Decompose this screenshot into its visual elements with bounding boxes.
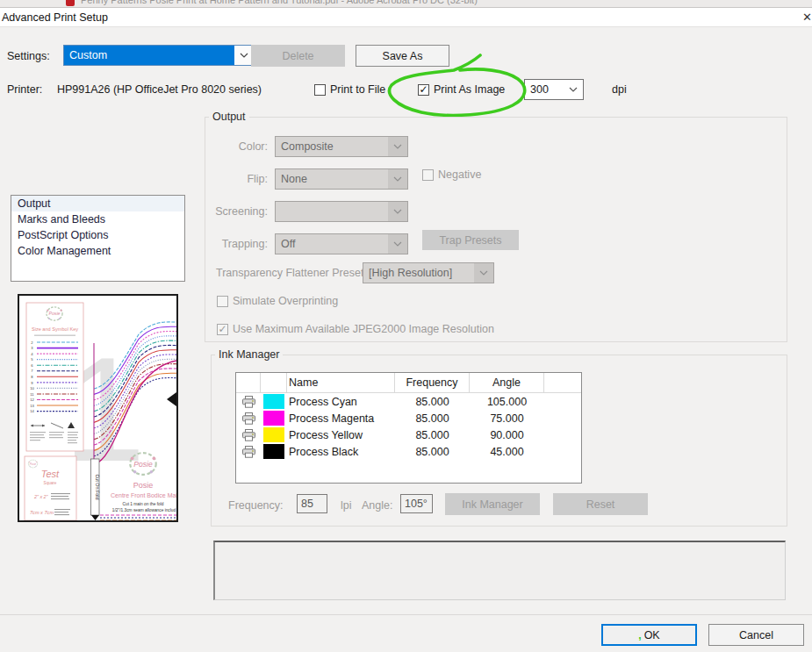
description-box xyxy=(213,541,786,600)
test-inches: 2" x 2" xyxy=(33,494,49,499)
flattener-dropdown: [High Resolution] xyxy=(363,262,494,283)
chevron-down-icon xyxy=(388,234,407,254)
category-list[interactable]: OutputMarks and BleedsPostScript Options… xyxy=(11,195,185,282)
category-item[interactable]: Marks and Bleeds xyxy=(11,211,184,227)
ink-col-icon xyxy=(236,373,261,392)
background-window-titlebar: Penny Patterns Posie Print at Home Patte… xyxy=(0,0,812,8)
category-item[interactable]: PostScript Options xyxy=(11,227,184,243)
screening-label: Screening: xyxy=(205,205,268,218)
flattener-dropdown-value: [High Resolution] xyxy=(363,263,474,283)
footer-divider xyxy=(0,614,812,615)
flip-dropdown-value: None xyxy=(276,169,388,189)
simulate-overprinting-checkbox xyxy=(217,296,228,307)
negative-checkbox xyxy=(422,169,434,181)
ink-row[interactable]: Process Magenta85.00075.000 xyxy=(236,410,581,426)
simulate-overprinting-label: Simulate Overprinting xyxy=(233,295,338,307)
ink-color-swatch xyxy=(263,427,284,442)
svg-text:14: 14 xyxy=(30,409,34,413)
ink-table-body: Process Cyan85.000105.000Process Magenta… xyxy=(236,393,581,460)
frequency-input[interactable] xyxy=(297,494,327,513)
printer-name: HP991A26 (HP OfficeJet Pro 8020 series) xyxy=(57,83,262,96)
printer-icon xyxy=(242,396,255,408)
background-window-title: Penny Patterns Posie Print at Home Patte… xyxy=(81,0,478,5)
ink-col-name: Name xyxy=(287,373,395,392)
fold-label: Cut On Fold xyxy=(95,474,100,499)
print-as-image-checkbox[interactable]: ✓ xyxy=(418,84,429,96)
reset-button: Reset xyxy=(553,493,648,515)
category-item[interactable]: Color Management xyxy=(11,243,184,259)
ink-col-angle: Angle xyxy=(470,373,544,392)
test-square-box: Test Square 2" x 2" 7cm x 7cm xyxy=(25,456,76,520)
ink-name: Process Black xyxy=(287,446,395,458)
cut-note: Cut 1 main on the fold xyxy=(123,502,164,506)
category-item[interactable]: Output xyxy=(11,196,184,211)
print-as-image-label: Print As Image xyxy=(434,83,505,96)
lpi-label: lpi xyxy=(341,499,352,512)
color-label: Color: xyxy=(205,140,268,153)
chevron-down-icon xyxy=(388,137,407,156)
chevron-down-icon xyxy=(388,169,407,189)
print-to-file-checkbox[interactable] xyxy=(314,84,326,96)
ink-frequency: 85.000 xyxy=(395,429,470,441)
printer-label: Printer: xyxy=(7,83,42,96)
ink-frequency: 85.000 xyxy=(395,396,470,408)
ink-name: Process Cyan xyxy=(287,396,395,408)
ok-button[interactable]: , OK xyxy=(601,624,697,646)
dpi-label: dpi xyxy=(612,83,627,96)
green-mark-annotation: , xyxy=(638,629,641,641)
chevron-down-icon xyxy=(474,263,493,283)
color-dropdown-value: Composite xyxy=(276,137,388,156)
chevron-down-icon[interactable] xyxy=(564,80,583,99)
close-icon[interactable]: ✕ xyxy=(802,11,812,24)
dialog-title: Advanced Print Setup xyxy=(2,11,108,24)
ink-color-swatch xyxy=(263,394,284,409)
settings-label: Settings: xyxy=(7,50,50,62)
chevron-down-icon xyxy=(388,202,407,221)
test-title: Test xyxy=(41,469,60,479)
ink-manager-button: Ink Manager xyxy=(445,493,540,515)
ink-col-frequency: Frequency xyxy=(395,373,470,392)
seam-note: 1/2"/1.3cm seam allowance includ xyxy=(112,508,176,512)
ink-name: Process Magenta xyxy=(287,412,395,425)
screening-dropdown xyxy=(275,201,408,222)
ink-col-swatch xyxy=(261,373,287,392)
ink-row[interactable]: Process Black85.00045.000 xyxy=(236,443,581,460)
settings-dropdown-value: Custom xyxy=(64,46,234,65)
ink-row[interactable]: Process Cyan85.000105.000 xyxy=(236,393,581,410)
ink-name: Process Yellow xyxy=(287,429,395,441)
dpi-dropdown-value: 300 xyxy=(525,80,564,99)
dpi-dropdown[interactable]: 300 xyxy=(524,79,584,100)
delete-button[interactable]: Delete xyxy=(251,45,345,67)
ink-frequency: 85.000 xyxy=(395,412,470,425)
color-dropdown: Composite xyxy=(275,136,408,157)
flip-dropdown: None xyxy=(275,168,408,190)
ink-color-swatch xyxy=(263,411,284,426)
output-group-title: Output xyxy=(209,111,249,123)
ink-angle: 90.000 xyxy=(470,429,544,441)
ink-row[interactable]: Process Yellow85.00090.000 xyxy=(236,426,581,443)
svg-text:11: 11 xyxy=(30,392,34,397)
acrobat-pdf-icon xyxy=(66,0,75,6)
ink-frequency: 85.000 xyxy=(395,446,470,458)
angle-input[interactable] xyxy=(400,494,433,513)
ok-button-label: OK xyxy=(644,629,660,641)
flip-label: Flip: xyxy=(205,173,268,185)
settings-dropdown[interactable]: Custom xyxy=(63,45,255,66)
test-subtitle: Square xyxy=(44,481,57,485)
ink-angle: 105.000 xyxy=(470,396,544,408)
ink-angle: 45.000 xyxy=(470,446,544,458)
screening-dropdown-value xyxy=(276,202,388,221)
cancel-button[interactable]: Cancel xyxy=(708,624,804,646)
jpeg2000-label: Use Maximum Available JPEG2000 Image Res… xyxy=(233,323,494,335)
printer-icon xyxy=(242,412,255,425)
trapping-label: Trapping: xyxy=(205,238,268,250)
print-to-file-label: Print to File xyxy=(330,83,385,96)
ink-color-swatch xyxy=(263,444,284,459)
ink-manager-group-title: Ink Manager xyxy=(215,348,283,361)
ink-table: Name Frequency Angle Process Cyan85.0001… xyxy=(235,372,582,484)
printer-icon xyxy=(242,446,255,458)
save-as-button[interactable]: Save As xyxy=(356,45,449,67)
fold-label-box: Cut On Fold xyxy=(91,459,100,520)
ink-angle: 75.000 xyxy=(470,412,544,425)
printer-icon xyxy=(242,429,255,441)
